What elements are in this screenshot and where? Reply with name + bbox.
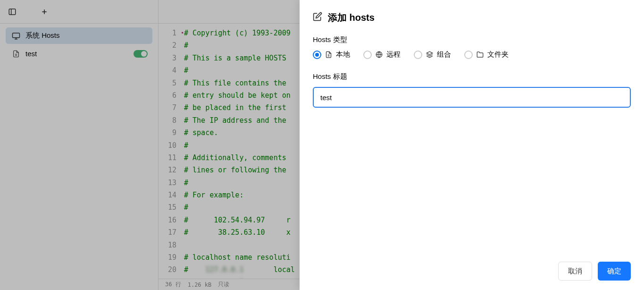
radio-label: 文件夹 bbox=[487, 50, 509, 59]
radio-input[interactable] bbox=[464, 51, 473, 59]
folder-icon bbox=[477, 51, 484, 58]
drawer-body: Hosts 类型 本地 远程 组合 bbox=[300, 30, 644, 254]
edit-icon bbox=[313, 12, 322, 24]
radio-label: 组合 bbox=[437, 50, 451, 59]
add-hosts-drawer: 添加 hosts Hosts 类型 本地 远程 bbox=[300, 0, 644, 290]
title-label: Hosts 标题 bbox=[313, 72, 631, 81]
radio-label: 本地 bbox=[336, 50, 350, 59]
radio-option-group[interactable]: 组合 bbox=[414, 50, 451, 59]
drawer-footer: 取消 确定 bbox=[300, 254, 644, 290]
hosts-title-input[interactable] bbox=[313, 87, 631, 108]
radio-input[interactable] bbox=[363, 51, 372, 59]
radio-option-folder[interactable]: 文件夹 bbox=[464, 50, 509, 59]
radio-label: 远程 bbox=[386, 50, 401, 59]
globe-icon bbox=[376, 51, 383, 58]
hosts-type-radio-group: 本地 远程 组合 文件夹 bbox=[313, 50, 631, 59]
svg-marker-16 bbox=[427, 51, 433, 54]
drawer-header: 添加 hosts bbox=[300, 0, 644, 30]
type-label: Hosts 类型 bbox=[313, 35, 631, 44]
file-icon bbox=[325, 51, 332, 58]
drawer-title: 添加 hosts bbox=[328, 11, 375, 24]
radio-option-local[interactable]: 本地 bbox=[313, 50, 350, 59]
confirm-button[interactable]: 确定 bbox=[598, 262, 631, 281]
cancel-button[interactable]: 取消 bbox=[558, 262, 592, 281]
radio-option-remote[interactable]: 远程 bbox=[363, 50, 401, 59]
layers-icon bbox=[426, 51, 433, 58]
radio-input[interactable] bbox=[414, 51, 422, 59]
radio-input[interactable] bbox=[313, 51, 321, 59]
